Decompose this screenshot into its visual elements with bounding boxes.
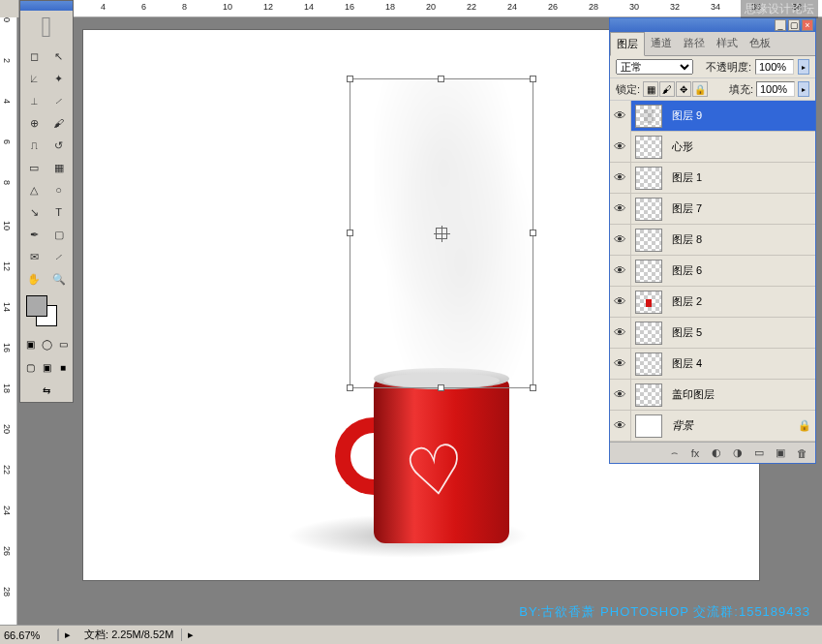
tab-图层[interactable]: 图层 — [610, 32, 645, 56]
gradient-tool[interactable]: ▦ — [47, 157, 71, 178]
pen-tool[interactable]: ✒ — [22, 224, 46, 245]
layer-name-label[interactable]: 盖印图层 — [666, 387, 794, 402]
layer-row[interactable]: 👁图层 9 — [610, 101, 815, 132]
lasso-tool[interactable]: ⟀ — [22, 68, 46, 89]
tab-路径[interactable]: 路径 — [678, 32, 711, 55]
eraser-tool[interactable]: ▭ — [22, 157, 46, 178]
layer-row[interactable]: 👁图层 7 — [610, 194, 815, 225]
layer-row[interactable]: 👁背景🔒 — [610, 411, 815, 442]
visibility-icon[interactable]: 👁 — [610, 380, 631, 411]
layer-name-label[interactable]: 图层 4 — [666, 356, 794, 371]
layer-row[interactable]: 👁盖印图层 — [610, 380, 815, 411]
zoom-level[interactable]: 66.67% — [0, 629, 58, 641]
tab-色板[interactable]: 色板 — [744, 32, 776, 55]
move-tool[interactable]: ↖ — [47, 46, 71, 67]
blend-mode-select[interactable]: 正常 — [616, 59, 693, 75]
screen-mode-1[interactable]: ▢ — [22, 357, 38, 377]
transform-handle[interactable] — [438, 384, 444, 391]
link-layers-icon[interactable]: ⌢ — [666, 445, 682, 461]
screen-mode-icon[interactable]: ▭ — [55, 334, 71, 353]
color-swatches[interactable] — [24, 295, 69, 328]
opacity-flyout-icon[interactable]: ▸ — [798, 59, 809, 75]
notes-tool[interactable]: ✉ — [22, 246, 46, 267]
fill-field[interactable]: 100% — [756, 81, 795, 97]
layer-row[interactable]: 👁图层 1 — [610, 163, 815, 194]
visibility-icon[interactable]: 👁 — [610, 163, 631, 194]
close-button[interactable]: × — [802, 19, 813, 31]
layer-row[interactable]: 👁图层 5 — [610, 318, 815, 349]
stamp-tool[interactable]: ⎍ — [22, 135, 46, 156]
layer-row[interactable]: 👁图层 2 — [610, 287, 815, 318]
layer-thumbnail[interactable] — [635, 198, 662, 221]
layer-name-label[interactable]: 图层 7 — [666, 201, 794, 216]
standard-mode-icon[interactable]: ▣ — [22, 334, 38, 353]
minimize-button[interactable]: _ — [775, 19, 786, 31]
shape-tool[interactable]: ▢ — [47, 224, 71, 245]
opacity-field[interactable]: 100% — [755, 59, 794, 75]
dodge-tool[interactable]: ○ — [47, 179, 71, 200]
layer-thumbnail[interactable] — [635, 229, 662, 252]
visibility-icon[interactable]: 👁 — [610, 225, 631, 256]
layer-row[interactable]: 👁图层 8 — [610, 225, 815, 256]
slice-tool[interactable]: ⟋ — [47, 90, 71, 111]
visibility-icon[interactable]: 👁 — [610, 411, 631, 442]
hand-tool[interactable]: ✋ — [22, 268, 46, 290]
new-layer-icon[interactable]: ▣ — [773, 445, 788, 461]
layer-name-label[interactable]: 图层 6 — [666, 263, 794, 278]
history-brush-tool[interactable]: ↺ — [47, 135, 71, 156]
layer-mask-icon[interactable]: ◐ — [709, 445, 724, 461]
blur-tool[interactable]: △ — [22, 179, 46, 200]
layer-group-icon[interactable]: ▭ — [751, 445, 767, 461]
lock-pixels-icon[interactable]: 🖌 — [659, 81, 675, 97]
marquee-tool[interactable]: ◻ — [22, 46, 46, 67]
layer-row[interactable]: 👁图层 6 — [610, 256, 815, 287]
tab-通道[interactable]: 通道 — [645, 32, 678, 55]
maximize-button[interactable]: ▢ — [788, 19, 800, 31]
transform-handle[interactable] — [347, 384, 353, 391]
layer-style-icon[interactable]: fx — [687, 445, 703, 461]
layer-name-label[interactable]: 图层 9 — [666, 108, 794, 123]
path-tool[interactable]: ↘ — [22, 201, 46, 223]
layer-name-label[interactable]: 心形 — [666, 139, 794, 154]
layer-thumbnail[interactable] — [635, 353, 662, 376]
brush-tool[interactable]: 🖌 — [47, 112, 71, 134]
layer-thumbnail[interactable] — [635, 383, 662, 407]
layer-thumbnail[interactable] — [635, 291, 662, 314]
visibility-icon[interactable]: 👁 — [610, 318, 631, 349]
layer-name-label[interactable]: 背景 — [666, 418, 794, 433]
eyedropper-tool[interactable]: ⟋ — [47, 246, 71, 267]
status-flyout-icon[interactable]: ▸ — [181, 629, 199, 641]
lock-all-icon[interactable]: 🔒 — [692, 81, 708, 97]
lock-position-icon[interactable]: ✥ — [676, 81, 691, 97]
crop-tool[interactable]: ⟂ — [22, 90, 46, 111]
layer-thumbnail[interactable] — [635, 105, 662, 128]
visibility-icon[interactable]: 👁 — [610, 256, 631, 287]
delete-layer-icon[interactable]: 🗑 — [794, 445, 809, 461]
lock-transparency-icon[interactable]: ▦ — [643, 81, 658, 97]
layer-row[interactable]: 👁心形 — [610, 132, 815, 163]
visibility-icon[interactable]: 👁 — [610, 287, 631, 318]
transform-bounding-box[interactable] — [350, 78, 533, 388]
layer-thumbnail[interactable] — [635, 260, 662, 283]
adjustment-layer-icon[interactable]: ◑ — [730, 445, 746, 461]
imageready-icon[interactable]: ⇆ — [22, 381, 71, 400]
layer-thumbnail[interactable] — [635, 167, 662, 190]
healing-tool[interactable]: ⊕ — [22, 112, 46, 134]
layer-thumbnail[interactable] — [635, 414, 662, 438]
panel-titlebar[interactable]: _ ▢ × — [610, 18, 815, 32]
type-tool[interactable]: T — [47, 201, 71, 223]
layer-name-label[interactable]: 图层 8 — [666, 232, 794, 247]
foreground-color-swatch[interactable] — [26, 295, 47, 317]
transform-handle[interactable] — [530, 76, 536, 82]
transform-handle[interactable] — [347, 76, 353, 82]
layer-name-label[interactable]: 图层 2 — [666, 294, 794, 309]
screen-mode-3[interactable]: ■ — [55, 357, 71, 377]
visibility-icon[interactable]: 👁 — [610, 194, 631, 225]
visibility-icon[interactable]: 👁 — [610, 101, 631, 132]
tools-header[interactable] — [20, 1, 73, 11]
status-flyout-icon[interactable]: ▸ — [58, 629, 76, 641]
layer-thumbnail[interactable] — [635, 322, 662, 345]
tab-样式[interactable]: 样式 — [711, 32, 744, 55]
visibility-icon[interactable]: 👁 — [610, 349, 631, 380]
transform-handle[interactable] — [530, 230, 536, 236]
